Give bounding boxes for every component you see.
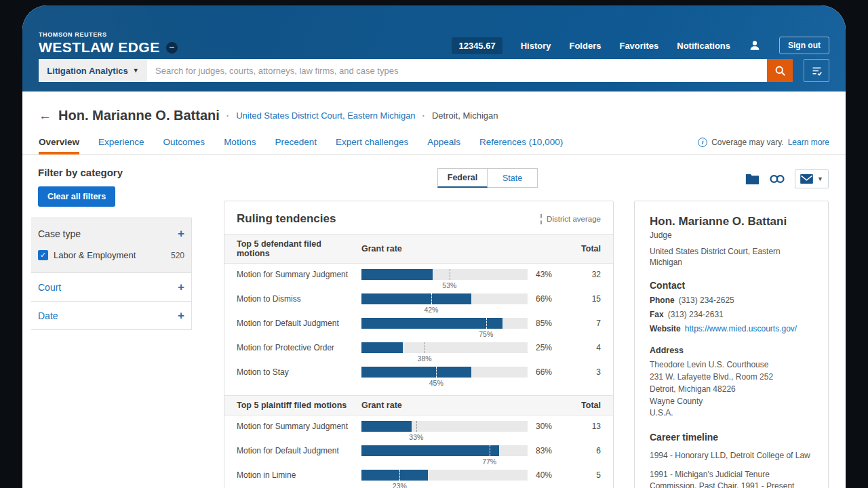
motion-label: Motion for Default Judgment xyxy=(237,318,353,329)
profile-court: United States District Court, Eastern Mi… xyxy=(650,246,813,268)
total-value: 32 xyxy=(576,269,601,280)
grant-rate-bar: 42% xyxy=(361,293,528,315)
utility-nav: 12345.67 HistoryFoldersFavoritesNotifica… xyxy=(452,37,829,54)
filter-section-case-type: Case type + ✓ Labor & Employment 520 xyxy=(31,218,191,273)
district-average-marker xyxy=(486,318,487,329)
toggle-state[interactable]: State xyxy=(488,168,538,188)
email-dropdown-button[interactable]: ▼ xyxy=(795,169,829,188)
nav-item-history[interactable]: History xyxy=(521,41,551,51)
tab-references-10-000-[interactable]: References (10,000) xyxy=(479,133,563,154)
learn-more-link[interactable]: Learn more xyxy=(788,138,829,147)
district-average-value: 53% xyxy=(442,281,456,289)
court-link[interactable]: United States District Court, Eastern Mi… xyxy=(236,110,415,121)
total-value: 15 xyxy=(576,293,601,304)
dot-separator: · xyxy=(226,110,229,121)
motion-label: Motion for Summary Judgment xyxy=(237,421,353,432)
grant-rate-bar: 53% xyxy=(361,269,528,291)
brand-company: THOMSON REUTERS xyxy=(39,31,178,38)
brand-logo: THOMSON REUTERS WESTLAW EDGE xyxy=(39,31,178,56)
filter-item-labor-employment[interactable]: ✓ Labor & Employment 520 xyxy=(31,247,191,268)
page-title: Hon. Marianne O. Battani xyxy=(58,108,220,123)
total-value: 5 xyxy=(576,470,601,481)
total-value: 3 xyxy=(576,367,601,378)
grant-rate-bar: 77% xyxy=(361,445,528,467)
link-icon[interactable] xyxy=(769,174,785,184)
search-preferences-button[interactable] xyxy=(804,59,829,82)
total-value: 4 xyxy=(576,342,601,353)
clear-all-filters-button[interactable]: Clear all filters xyxy=(38,186,115,207)
filter-item-label: Labor & Employment xyxy=(54,250,136,260)
chart-group-header: Top 5 plaintiff filed motionsGrant rateT… xyxy=(224,395,613,415)
toggle-federal[interactable]: Federal xyxy=(437,168,488,188)
ruling-tendencies-panel: Ruling tendencies District average Top 5… xyxy=(224,201,614,488)
chevron-down-icon: ▼ xyxy=(133,67,139,74)
address-line: 231 W. Lafayette Blvd., Room 252 xyxy=(650,371,813,384)
user-account-icon[interactable] xyxy=(749,39,761,52)
website-link[interactable]: https://www.mied.uscourts.gov/ xyxy=(685,324,797,333)
tab-experience[interactable]: Experience xyxy=(98,133,144,154)
motion-label: Motion for Default Judgment xyxy=(237,445,353,456)
tab-motions[interactable]: Motions xyxy=(224,133,256,154)
address-line: U.S.A. xyxy=(650,407,813,420)
expand-plus-icon[interactable]: + xyxy=(178,281,184,293)
motion-label: Motion for Summary Judgment xyxy=(237,269,353,280)
panel-title: Ruling tendencies xyxy=(237,212,336,226)
search-scope-label: Litigation Analytics xyxy=(47,66,127,76)
district-average-value: 38% xyxy=(418,354,432,363)
sign-out-button[interactable]: Sign out xyxy=(779,37,829,54)
back-arrow-icon[interactable]: ← xyxy=(39,109,52,122)
total-value: 13 xyxy=(576,421,601,432)
page-header: ← Hon. Marianne O. Battani · United Stat… xyxy=(22,92,846,123)
motion-label: Motion in Limine xyxy=(237,470,353,481)
nav-item-folders[interactable]: Folders xyxy=(569,41,601,51)
client-id-badge[interactable]: 12345.67 xyxy=(452,37,502,54)
top-navigation-bar: THOMSON REUTERS WESTLAW EDGE 12345.67 Hi… xyxy=(22,5,846,92)
expand-plus-icon[interactable]: + xyxy=(178,228,184,239)
motion-row: Motion in Limine23%40%5 xyxy=(224,464,613,488)
career-entry: 1994 - Honorary LLD, Detroit College of … xyxy=(650,450,813,462)
career-entry: 1991 - Michigan's Judicial Tenure Commis… xyxy=(650,469,813,488)
nav-item-notifications[interactable]: Notifications xyxy=(677,41,730,51)
date-section-label[interactable]: Date xyxy=(38,310,58,321)
nav-item-favorites[interactable]: Favorites xyxy=(619,41,658,51)
total-value: 6 xyxy=(576,445,601,456)
district-average-marker xyxy=(416,421,417,432)
search-input[interactable] xyxy=(147,59,767,82)
grant-rate-value: 43% xyxy=(536,269,568,280)
info-icon[interactable]: i xyxy=(698,138,707,147)
district-average-value: 33% xyxy=(409,433,423,441)
app-window: THOMSON REUTERS WESTLAW EDGE 12345.67 Hi… xyxy=(22,5,846,488)
coverage-note-text: Coverage may vary. xyxy=(711,138,783,147)
tab-precedent[interactable]: Precedent xyxy=(275,133,317,154)
contact-fax: Fax(313) 234-2631 xyxy=(650,310,813,319)
grant-rate-bar: 23% xyxy=(361,470,528,488)
district-average-legend: District average xyxy=(540,214,601,224)
tab-outcomes[interactable]: Outcomes xyxy=(163,133,205,154)
expand-plus-icon[interactable]: + xyxy=(178,310,184,321)
tab-expert-challenges[interactable]: Expert challenges xyxy=(336,133,408,154)
search-bar: Litigation Analytics ▼ xyxy=(39,59,829,82)
filter-title: Filter by category xyxy=(31,167,192,178)
profile-role: Judge xyxy=(650,230,813,240)
chart-group-header: Top 5 defendant filed motionsGrant rateT… xyxy=(224,234,613,264)
search-scope-dropdown[interactable]: Litigation Analytics ▼ xyxy=(39,59,147,82)
search-button[interactable] xyxy=(767,59,793,82)
document-actions: ▼ xyxy=(745,169,829,188)
district-average-value: 42% xyxy=(424,306,438,314)
federal-state-toggle: FederalState xyxy=(437,168,538,188)
contact-website: Websitehttps://www.mied.uscourts.gov/ xyxy=(650,324,813,333)
motion-label: Motion to Dismiss xyxy=(237,293,353,304)
filter-section-date: Date + xyxy=(31,302,191,330)
grant-rate-bar: 75% xyxy=(361,318,528,340)
grant-rate-value: 40% xyxy=(536,470,568,481)
tab-appeals[interactable]: Appeals xyxy=(427,133,460,154)
envelope-icon xyxy=(800,174,813,184)
court-section-label[interactable]: Court xyxy=(38,282,61,293)
checkbox-checked[interactable]: ✓ xyxy=(38,250,48,260)
brand-badge-icon[interactable] xyxy=(166,42,178,54)
folder-icon[interactable] xyxy=(745,173,760,185)
tab-overview[interactable]: Overview xyxy=(39,133,79,154)
brand-product: WESTLAW EDGE xyxy=(39,39,160,56)
district-average-marker xyxy=(399,470,400,481)
search-icon xyxy=(774,65,786,77)
